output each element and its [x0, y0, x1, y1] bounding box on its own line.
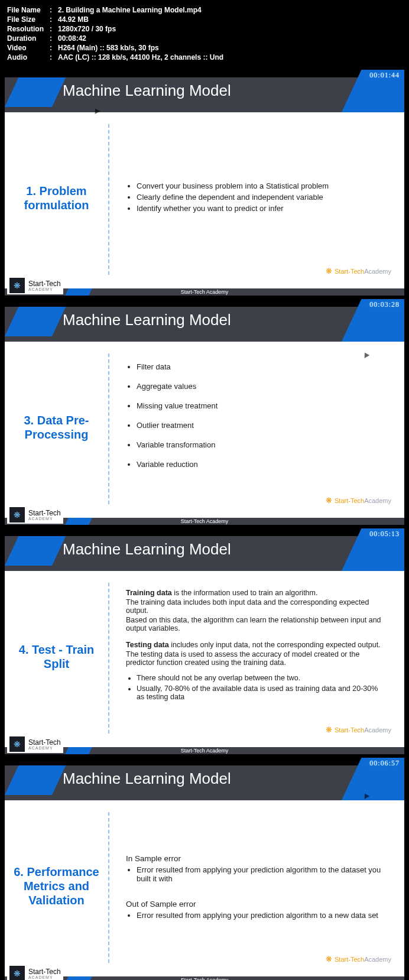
timestamp: 00:06:57 [369, 759, 400, 768]
footer-logo: ❋ Start-TechACADEMY [7, 277, 63, 294]
meta-label-filename: File Name [7, 6, 50, 14]
slide-content: Convert your business problem into a Sta… [109, 118, 404, 278]
bullet: Outlier treatment [137, 421, 387, 430]
bullet: Error resulted from applying your predic… [137, 865, 387, 883]
slide-header: Machine Learning Model [5, 299, 404, 342]
meta-value-video: H264 (Main) :: 583 kb/s, 30 fps [58, 44, 159, 52]
footer-logo: ❋ Start-TechACADEMY [7, 506, 63, 524]
logo-icon: ❋ [9, 966, 25, 980]
meta-label-resolution: Resolution [7, 25, 50, 33]
meta-label-video: Video [7, 44, 50, 52]
footer-strip: Start-Tech Academy [5, 747, 404, 754]
timestamp: 00:05:13 [369, 530, 400, 538]
logo-icon: ❋ [9, 736, 25, 752]
section-title: 4. Test - Train Split [11, 642, 102, 671]
bullet: Variable reduction [137, 460, 387, 469]
bullet: Identify whether you want to predict or … [137, 204, 387, 213]
slide-2: 00:03:28 Machine Learning Model 3. Data … [5, 299, 404, 525]
bullet: Aggregate values [137, 382, 387, 391]
footer-text: Start-Tech Academy [181, 748, 229, 754]
footer-text: Start-Tech Academy [181, 977, 229, 980]
paragraph: The testing data is used to assess the a… [126, 650, 387, 667]
section-title: 1. Problem formulation [11, 184, 102, 212]
bullet: Convert your business problem into a Sta… [137, 181, 387, 190]
section-title: 6. Performance Metrics and Validation [11, 865, 102, 907]
bullet: Missing value treatment [137, 401, 387, 410]
watermark: ❋Start-TechAcademy [326, 496, 391, 505]
footer-logo: ❋ Start-TechACADEMY [7, 965, 63, 980]
bulb-icon: ❋ [326, 267, 332, 275]
subheading: Out of Sample error [126, 900, 387, 908]
paragraph: Testing data includes only input data, n… [126, 641, 387, 649]
timestamp: 00:03:28 [369, 300, 400, 309]
slide-content: Filter data Aggregate values Missing val… [109, 348, 404, 507]
meta-value-audio: AAC (LC) :: 128 kb/s, 44100 Hz, 2 channe… [58, 53, 223, 61]
bullet: Variable transformation [137, 440, 387, 449]
bullet: Error resulted from applying your predic… [137, 911, 387, 920]
footer-text: Start-Tech Academy [181, 289, 229, 295]
slide-4: 00:06:57 Machine Learning Model 6. Perfo… [5, 758, 404, 980]
meta-value-filename: 2. Building a Machine Learning Model.mp4 [58, 6, 202, 14]
slide-content: Training data is the information used to… [109, 577, 404, 736]
watermark: ❋Start-TechAcademy [326, 725, 391, 734]
bullet: There should not be any overlap between … [137, 674, 387, 682]
cursor-icon [362, 351, 370, 358]
bullet: Filter data [137, 362, 387, 371]
slide-1: 00:01:44 Machine Learning Model 1. Probl… [5, 70, 404, 296]
slide-3: 00:05:13 Machine Learning Model 4. Test … [5, 528, 404, 754]
footer-strip: Start-Tech Academy [5, 518, 404, 525]
meta-label-filesize: File Size [7, 15, 50, 24]
timestamp: 00:01:44 [369, 71, 400, 80]
meta-label-duration: Duration [7, 34, 50, 43]
slide-header: Machine Learning Model [5, 528, 404, 571]
footer-text: Start-Tech Academy [181, 518, 229, 524]
paragraph: The training data includes both input da… [126, 598, 387, 615]
bulb-icon: ❋ [326, 496, 332, 505]
slide-title: Machine Learning Model [63, 540, 231, 559]
bulb-icon: ❋ [326, 725, 332, 734]
slide-title: Machine Learning Model [63, 82, 231, 100]
watermark: ❋Start-TechAcademy [326, 267, 391, 275]
watermark: ❋Start-TechAcademy [326, 955, 391, 963]
section-title: 3. Data Pre-Processing [11, 413, 102, 442]
subheading: In Sample error [126, 854, 387, 863]
meta-label-audio: Audio [7, 53, 50, 61]
footer-logo: ❋ Start-TechACADEMY [7, 735, 63, 753]
logo-icon: ❋ [9, 507, 25, 523]
slide-header: Machine Learning Model [5, 758, 404, 800]
meta-value-duration: 00:08:42 [58, 34, 86, 43]
footer-strip: Start-Tech Academy [5, 976, 404, 980]
slide-title: Machine Learning Model [63, 311, 231, 329]
bulb-icon: ❋ [326, 955, 332, 963]
paragraph: Training data is the information used to… [126, 589, 387, 597]
meta-value-resolution: 1280x720 / 30 fps [58, 25, 116, 33]
file-metadata: File Name:2. Building a Machine Learning… [2, 2, 407, 67]
bullet: Usually, 70-80% of the available data is… [137, 684, 387, 701]
bullet: Clearly define the dependent and indepen… [137, 193, 387, 202]
footer-strip: Start-Tech Academy [5, 288, 404, 296]
slide-header: Machine Learning Model [5, 70, 404, 112]
meta-value-filesize: 44.92 MB [58, 15, 89, 24]
slide-content: In Sample error Error resulted from appl… [109, 806, 404, 966]
slide-title: Machine Learning Model [63, 770, 231, 788]
paragraph: Based on this data, the algorithm can le… [126, 616, 387, 632]
logo-icon: ❋ [9, 278, 25, 293]
